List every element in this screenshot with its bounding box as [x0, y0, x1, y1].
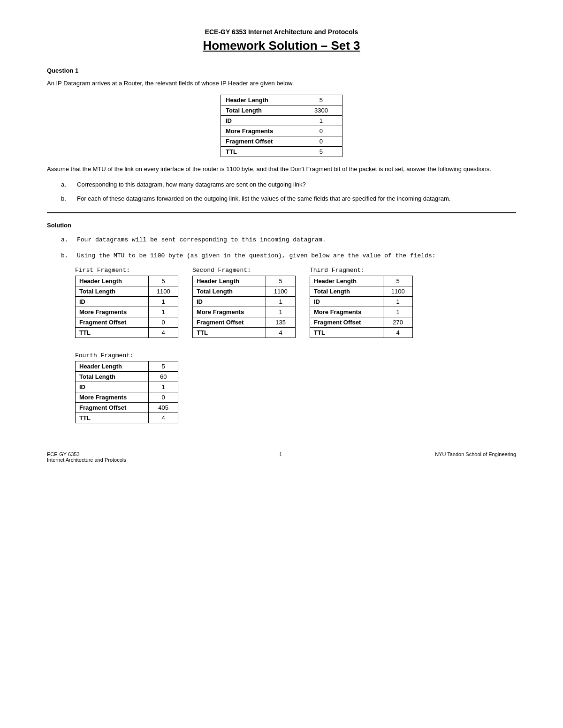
field-label: Header Length [310, 276, 383, 286]
field-label: Total Length [76, 372, 149, 382]
field-label: Fragment Offset [76, 403, 149, 413]
field-value: 5 [383, 276, 413, 286]
field-label: Fragment Offset [76, 317, 149, 328]
solution-item-b: b. Using the MTU to be 1100 byte (as giv… [61, 251, 516, 261]
field-value: 5 [300, 146, 342, 157]
field-label: Total Length [221, 105, 300, 115]
field-value: 0 [149, 317, 178, 328]
fragment-table-1: Header Length5Total Length1100ID1More Fr… [75, 276, 178, 338]
field-label: TTL [76, 328, 149, 338]
assume-text: Assume that the MTU of the link on every… [47, 165, 516, 174]
table-row: Header Length5 [193, 276, 296, 286]
fragment-table-4: Header Length5Total Length60ID1More Frag… [75, 361, 178, 423]
ip-header-table: Header Length5Total Length3300ID1More Fr… [221, 95, 342, 157]
table-row: More Fragments0 [221, 126, 342, 136]
solution-a-text: Four datagrams will be sent correspondin… [77, 235, 326, 245]
field-value: 1 [383, 307, 413, 317]
subquestion-a: a. Corresponding to this datagram, how m… [61, 180, 516, 189]
subquestion-a-text: Corresponding to this datagram, how many… [77, 180, 306, 189]
table-row: Fragment Offset0 [221, 136, 342, 146]
field-label: Total Length [76, 286, 149, 297]
fragment-block-2: Second Fragment:Header Length5Total Leng… [192, 267, 296, 338]
fragment-block-1: First Fragment:Header Length5Total Lengt… [75, 267, 178, 338]
table-row: Fragment Offset0 [76, 317, 178, 328]
field-value: 1 [300, 115, 342, 126]
fragment-table-3: Header Length5Total Length1100ID1More Fr… [310, 276, 413, 338]
table-row: Fragment Offset135 [193, 317, 296, 328]
table-row: More Fragments0 [76, 392, 178, 403]
field-label: More Fragments [193, 307, 266, 317]
table-row: TTL4 [193, 328, 296, 338]
field-value: 1 [149, 382, 178, 392]
table-row: Total Length1100 [310, 286, 413, 297]
table-row: Total Length60 [76, 372, 178, 382]
fragment-title-4: Fourth Fragment: [75, 352, 178, 359]
fragments-container: First Fragment:Header Length5Total Lengt… [75, 267, 516, 423]
field-label: Header Length [76, 361, 149, 372]
table-row: Header Length5 [76, 276, 178, 286]
field-label: Header Length [193, 276, 266, 286]
page-footer: ECE-GY 6353 Internet Architecture and Pr… [47, 451, 516, 463]
field-label: Fragment Offset [221, 136, 300, 146]
footer-left-line2: Internet Architecture and Protocols [47, 457, 126, 463]
table-row: More Fragments1 [310, 307, 413, 317]
field-value: 1 [266, 297, 296, 307]
fragment-block-3: Third Fragment:Header Length5Total Lengt… [310, 267, 413, 338]
table-row: Fragment Offset270 [310, 317, 413, 328]
field-value: 4 [149, 413, 178, 423]
field-value: 5 [149, 361, 178, 372]
fragment-title-2: Second Fragment: [192, 267, 296, 274]
field-label: Fragment Offset [193, 317, 266, 328]
footer-left: ECE-GY 6353 Internet Architecture and Pr… [47, 451, 126, 463]
field-label: More Fragments [221, 126, 300, 136]
field-value: 0 [300, 126, 342, 136]
table-row: Header Length5 [221, 95, 342, 105]
field-value: 4 [266, 328, 296, 338]
field-label: TTL [193, 328, 266, 338]
field-label: ID [221, 115, 300, 126]
table-row: Total Length3300 [221, 105, 342, 115]
table-row: Header Length5 [310, 276, 413, 286]
field-value: 135 [266, 317, 296, 328]
field-label: Header Length [76, 276, 149, 286]
subquestion-b: b. For each of these datagrams forwarded… [61, 194, 516, 203]
table-row: Header Length5 [76, 361, 178, 372]
field-label: ID [310, 297, 383, 307]
table-row: Total Length1100 [76, 286, 178, 297]
sub-label-a: a. [61, 180, 69, 189]
field-value: 1100 [266, 286, 296, 297]
solution-a-label: a. [61, 235, 69, 245]
solution-b-label: b. [61, 251, 69, 261]
field-label: TTL [221, 146, 300, 157]
field-value: 1 [383, 297, 413, 307]
fragment-block-4: Fourth Fragment:Header Length5Total Leng… [75, 352, 178, 423]
solution-label: Solution [47, 222, 516, 229]
table-row: ID1 [76, 297, 178, 307]
table-row: Total Length1100 [193, 286, 296, 297]
table-row: More Fragments1 [76, 307, 178, 317]
field-value: 3300 [300, 105, 342, 115]
solution-b-intro: Using the MTU to be 1100 byte (as given … [77, 251, 436, 261]
field-label: Header Length [221, 95, 300, 105]
table-row: ID1 [193, 297, 296, 307]
footer-page: 1 [279, 451, 282, 463]
table-row: More Fragments1 [193, 307, 296, 317]
subquestion-b-text: For each of these datagrams forwarded on… [77, 194, 450, 203]
fragment-title-1: First Fragment: [75, 267, 178, 274]
table-row: ID1 [310, 297, 413, 307]
field-label: More Fragments [310, 307, 383, 317]
course-title: ECE-GY 6353 Internet Architecture and Pr… [47, 28, 516, 36]
field-label: Total Length [193, 286, 266, 297]
field-value: 4 [149, 328, 178, 338]
hw-title: Homework Solution – Set 3 [47, 38, 516, 53]
field-value: 5 [300, 95, 342, 105]
field-value: 1 [149, 297, 178, 307]
field-label: ID [193, 297, 266, 307]
solution-item-a: a. Four datagrams will be sent correspon… [61, 235, 516, 245]
question1-intro: An IP Datagram arrives at a Router, the … [47, 79, 516, 88]
fragment-table-2: Header Length5Total Length1100ID1More Fr… [192, 276, 296, 338]
table-row: TTL4 [76, 328, 178, 338]
table-row: TTL5 [221, 146, 342, 157]
field-label: TTL [76, 413, 149, 423]
table-row: ID1 [76, 382, 178, 392]
